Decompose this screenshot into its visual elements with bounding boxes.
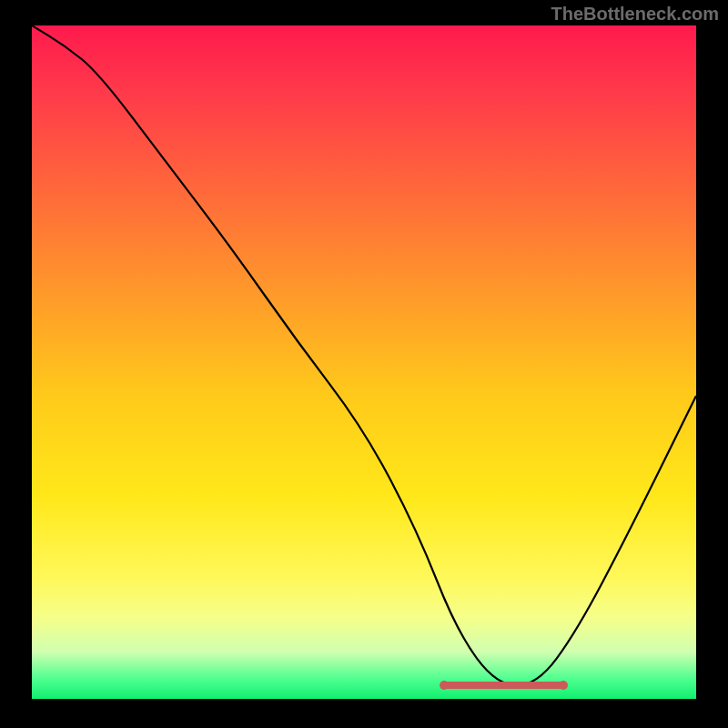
chart-plot-area: [32, 25, 696, 699]
bottleneck-curve: [32, 25, 696, 699]
valley-highlight-band: [444, 682, 563, 689]
valley-dot-left: [440, 681, 449, 690]
watermark-text: TheBottleneck.com: [551, 4, 719, 25]
